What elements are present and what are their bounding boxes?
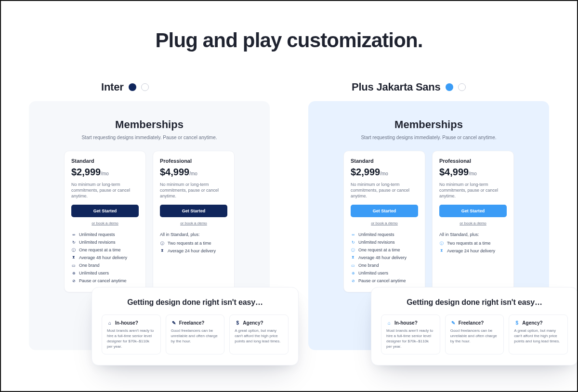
plan-price: $4,999 [160, 167, 189, 177]
plan-price-line: $2,999/mo [71, 167, 139, 178]
membership-subtitle: Start requesting designs immediately. Pa… [42, 135, 256, 140]
feature-item: ⧗Average 24 hour delivery [160, 248, 227, 253]
pause-icon: ⊘ [351, 278, 355, 283]
themes-row: Inter Memberships Start requesting desig… [1, 81, 577, 350]
page-title: Plug and play customization. [1, 29, 577, 52]
info-icon: ⓘ [160, 241, 165, 246]
plan-note: No minimum or long-term commitments, pau… [439, 182, 507, 199]
book-demo-link[interactable]: or book a demo [71, 221, 139, 225]
theme-inter: Inter Memberships Start requesting desig… [29, 81, 270, 350]
theme-header: Inter [29, 81, 270, 93]
feature-item: ∞Unlimited requests [351, 232, 418, 237]
swatch-secondary[interactable] [141, 83, 149, 91]
plan-name: Professional [160, 158, 227, 164]
overlay-card-inhouse: ⌂In-house? Most brands aren't ready to h… [102, 314, 161, 354]
hourglass-icon: ⧗ [351, 255, 355, 260]
overlay-card-freelance: ✎Freelance? Good freelancers can be unre… [166, 314, 225, 354]
plan-per: /mo [189, 171, 197, 176]
overlay-body: A great option, but many can't afford th… [235, 328, 283, 344]
feature-item: ⓘTwo requests at a time [160, 241, 227, 246]
get-started-button[interactable]: Get Started [351, 205, 418, 217]
plan-professional: Professional $4,999/mo No minimum or lon… [153, 151, 235, 292]
feature-item: ⊘Pause or cancel anytime [351, 278, 418, 283]
feature-item: ⓘOne request at a time [71, 248, 139, 252]
book-demo-link[interactable]: or book a demo [160, 221, 227, 225]
plan-professional: Professional $4,999/mo No minimum or lon… [432, 151, 514, 292]
swatch-primary[interactable] [446, 83, 453, 91]
folder-icon: ▭ [71, 263, 76, 268]
plan-name: Standard [351, 158, 418, 164]
overlay-card-agency: $Agency? A great option, but many can't … [509, 314, 568, 354]
swatch-primary[interactable] [129, 83, 136, 91]
feature-item: ⊕Unlimited users [71, 271, 139, 275]
overlay-title: Getting design done right isn't easy… [102, 298, 289, 307]
feature-item: ▭One brand [351, 263, 418, 268]
theme-name: Inter [101, 81, 124, 93]
book-demo-link[interactable]: or book a demo [351, 221, 418, 225]
theme-name: Plus Jakarta Sans [352, 81, 441, 93]
plan-note: No minimum or long-term commitments, pau… [71, 182, 139, 199]
refresh-icon: ↻ [351, 240, 355, 245]
home-icon: ⌂ [386, 320, 392, 326]
feature-item: ⧗Average 48 hour delivery [351, 255, 418, 260]
refresh-icon: ↻ [71, 240, 76, 245]
plan-standard: Standard $2,999/mo No minimum or long-te… [64, 151, 146, 292]
dollar-icon: $ [514, 320, 520, 326]
infinity-icon: ∞ [71, 232, 76, 237]
users-icon: ⊕ [351, 271, 355, 275]
feature-item: ⓘOne request at a time [351, 248, 418, 252]
infinity-icon: ∞ [351, 232, 355, 237]
hourglass-icon: ⧗ [439, 248, 444, 253]
overlay-card-freelance: ✎Freelance? Good freelancers can be unre… [445, 314, 504, 354]
home-icon: ⌂ [107, 320, 113, 326]
get-started-button[interactable]: Get Started [160, 205, 227, 217]
membership-subtitle: Start requesting designs immediately. Pa… [322, 135, 536, 140]
plan-price: $2,999 [351, 167, 380, 177]
features-title: All in Standard, plus: [439, 232, 507, 237]
overlay-cards: ⌂In-house? Most brands aren't ready to h… [381, 314, 568, 354]
overlay-body: Most brands aren't ready to hire a full-… [107, 328, 156, 349]
plans: Standard $2,999/mo No minimum or long-te… [322, 151, 536, 292]
swatch-secondary[interactable] [458, 83, 466, 91]
plan-price-line: $2,999/mo [351, 167, 418, 178]
feature-item: ∞Unlimited requests [71, 232, 139, 237]
info-icon: ⓘ [71, 248, 76, 252]
palette-icon: ✎ [450, 320, 456, 326]
features-title: All in Standard, plus: [160, 232, 227, 237]
theme-jakarta: Plus Jakarta Sans Memberships Start requ… [308, 81, 549, 350]
feature-item: ⊕Unlimited users [351, 271, 418, 275]
users-icon: ⊕ [71, 271, 76, 275]
plan-features: All in Standard, plus: ⓘTwo requests at … [160, 232, 227, 253]
plan-price-line: $4,999/mo [160, 167, 227, 178]
info-icon: ⓘ [351, 248, 355, 252]
folder-icon: ▭ [351, 263, 355, 268]
palette-icon: ✎ [171, 320, 177, 326]
plan-name: Professional [439, 158, 507, 164]
plan-price: $2,999 [71, 167, 101, 177]
plan-per: /mo [380, 171, 388, 176]
membership-panel: Memberships Start requesting designs imm… [29, 101, 270, 350]
get-started-button[interactable]: Get Started [439, 205, 507, 217]
plan-price-line: $4,999/mo [439, 167, 507, 178]
overlay-title: Getting design done right isn't easy… [381, 298, 568, 307]
feature-item: ⧗Average 24 hour delivery [439, 248, 507, 253]
plan-standard: Standard $2,999/mo No minimum or long-te… [343, 151, 425, 292]
get-started-button[interactable]: Get Started [71, 205, 139, 217]
membership-title: Memberships [322, 118, 536, 131]
feature-item: ↻Unlimited revisions [71, 240, 139, 245]
feature-item: ⊘Pause or cancel anytime [71, 278, 139, 283]
plans: Standard $2,999/mo No minimum or long-te… [42, 151, 256, 292]
feature-item: ⧗Average 48 hour delivery [71, 255, 139, 260]
theme-header: Plus Jakarta Sans [308, 81, 549, 93]
overlay-card-agency: $Agency? A great option, but many can't … [229, 314, 289, 354]
dollar-icon: $ [235, 320, 240, 326]
plan-features: ∞Unlimited requests ↻Unlimited revisions… [71, 232, 139, 283]
plan-note: No minimum or long-term commitments, pau… [160, 182, 227, 199]
overlay-body: A great option, but many can't afford th… [514, 328, 563, 344]
info-icon: ⓘ [439, 241, 444, 246]
pause-icon: ⊘ [71, 278, 76, 283]
membership-panel: Memberships Start requesting designs imm… [308, 101, 549, 350]
feature-item: ▭One brand [71, 263, 139, 268]
book-demo-link[interactable]: or book a demo [439, 221, 507, 225]
plan-name: Standard [71, 158, 139, 164]
